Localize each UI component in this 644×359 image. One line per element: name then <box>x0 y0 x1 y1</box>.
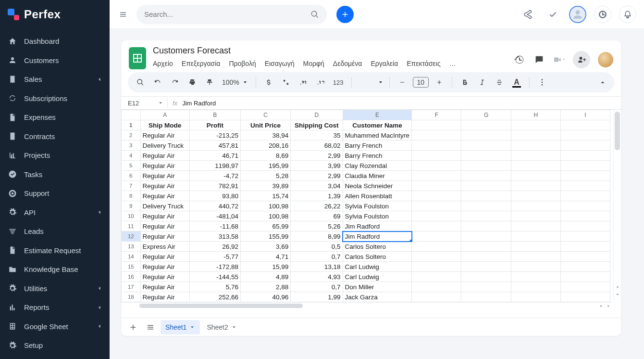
col-header-G[interactable]: G <box>461 110 511 120</box>
cell-C6[interactable]: 5,28 <box>240 171 290 181</box>
col-header-D[interactable]: D <box>291 110 343 120</box>
cell-G3[interactable] <box>461 141 511 151</box>
cell-C1[interactable]: Unit Price <box>240 120 290 130</box>
vscroll-thumb[interactable] <box>615 112 620 150</box>
cell-H1[interactable] <box>511 120 560 130</box>
cell-B11[interactable]: -11,68 <box>189 221 240 231</box>
approve-button[interactable] <box>544 6 561 23</box>
cell-B15[interactable]: -172,88 <box>189 262 240 272</box>
cell-B7[interactable]: 782,91 <box>189 181 240 191</box>
menu-toggle-button[interactable] <box>117 9 129 20</box>
cell-C8[interactable]: 15,74 <box>240 191 290 201</box>
row-header-1[interactable]: 1 <box>122 120 141 130</box>
star-icon[interactable] <box>235 46 245 56</box>
menu-Δεδομένα[interactable]: Δεδομένα <box>333 60 362 67</box>
hscroll-thumb[interactable] <box>139 304 303 308</box>
row-header-11[interactable]: 11 <box>122 221 141 231</box>
cell-C4[interactable]: 8,69 <box>240 151 290 161</box>
toolbar-search-button[interactable] <box>134 76 147 89</box>
cell-F18[interactable] <box>412 292 461 302</box>
cell-B3[interactable]: 457,81 <box>189 141 240 151</box>
notifications-button[interactable] <box>619 6 636 23</box>
cell-B17[interactable]: 5,76 <box>189 282 240 292</box>
col-header-F[interactable]: F <box>412 110 461 120</box>
cell-D10[interactable]: 69 <box>291 211 343 221</box>
row-header-12[interactable]: 12 <box>122 231 141 242</box>
cell-F5[interactable] <box>412 161 461 171</box>
cell-E9[interactable]: Sylvia Foulston <box>343 201 412 211</box>
cell-I1[interactable] <box>560 120 610 130</box>
cell-A13[interactable]: Express Air <box>140 242 189 252</box>
cell-B9[interactable]: 440,72 <box>189 201 240 211</box>
cell-H17[interactable] <box>511 282 560 292</box>
cell-I11[interactable] <box>560 221 610 231</box>
all-sheets-button[interactable] <box>143 320 158 334</box>
menu-Επεκτάσεις[interactable]: Επεκτάσεις <box>407 60 440 67</box>
cell-G2[interactable] <box>461 130 511 141</box>
redo-button[interactable] <box>168 76 182 89</box>
increase-decimal-button[interactable] <box>314 76 327 89</box>
row-header-2[interactable]: 2 <box>122 130 141 141</box>
cell-H12[interactable] <box>511 231 560 242</box>
cell-I15[interactable] <box>560 262 610 272</box>
increase-font-button[interactable] <box>433 76 446 89</box>
sidebar-item-utilities[interactable]: Utilities <box>0 279 110 298</box>
sidebar-item-subscriptions[interactable]: Subscriptions <box>0 89 110 108</box>
cell-E10[interactable]: Sylvia Foulston <box>343 211 412 221</box>
cell-H9[interactable] <box>511 201 560 211</box>
cell-A12[interactable]: Regular Air <box>140 231 189 242</box>
row-header-14[interactable]: 14 <box>122 252 141 262</box>
cell-G8[interactable] <box>461 191 511 201</box>
row-header-17[interactable]: 17 <box>122 282 141 292</box>
sidebar-item-google-sheet[interactable]: Google Sheet <box>0 317 110 336</box>
menu-…[interactable]: … <box>449 60 456 67</box>
row-header-8[interactable]: 8 <box>122 191 141 201</box>
name-box[interactable]: E12 <box>121 100 167 107</box>
cell-G14[interactable] <box>461 252 511 262</box>
number-format-button[interactable]: 123 <box>331 79 346 86</box>
cell-D12[interactable]: 8,99 <box>291 231 343 242</box>
cell-D7[interactable]: 3,04 <box>291 181 343 191</box>
cell-F13[interactable] <box>412 242 461 252</box>
cell-G15[interactable] <box>461 262 511 272</box>
cell-E11[interactable]: Jim Radford <box>343 221 412 231</box>
version-history-button[interactable] <box>512 53 526 66</box>
decrease-decimal-button[interactable] <box>297 76 310 89</box>
decrease-font-button[interactable] <box>396 76 409 89</box>
cell-B6[interactable]: -4,72 <box>189 171 240 181</box>
cell-C17[interactable]: 2,88 <box>240 282 290 292</box>
cell-B8[interactable]: 93,80 <box>189 191 240 201</box>
cell-I18[interactable] <box>560 292 610 302</box>
cell-E4[interactable]: Barry French <box>343 151 412 161</box>
col-header-H[interactable]: H <box>511 110 560 120</box>
vscroll-up-button[interactable] <box>614 283 621 291</box>
cell-I10[interactable] <box>560 211 610 221</box>
cell-B1[interactable]: Profit <box>189 120 240 130</box>
horizontal-scrollbar[interactable] <box>121 302 613 309</box>
cell-A9[interactable]: Delivery Truck <box>140 201 189 211</box>
col-header-I[interactable]: I <box>560 110 610 120</box>
cell-B14[interactable]: -5,77 <box>189 252 240 262</box>
menu-Μορφή[interactable]: Μορφή <box>303 60 324 67</box>
undo-button[interactable] <box>151 76 164 89</box>
print-button[interactable] <box>186 76 199 89</box>
cell-F16[interactable] <box>412 272 461 282</box>
cell-H8[interactable] <box>511 191 560 201</box>
cell-F7[interactable] <box>412 181 461 191</box>
row-header-18[interactable]: 18 <box>122 292 141 302</box>
google-account-avatar[interactable] <box>598 52 613 67</box>
cell-E1[interactable]: Customer Name <box>343 120 412 130</box>
row-header-5[interactable]: 5 <box>122 161 141 171</box>
cell-F10[interactable] <box>412 211 461 221</box>
cell-B10[interactable]: -481,04 <box>189 211 240 221</box>
cell-A17[interactable]: Regular Air <box>140 282 189 292</box>
cell-F4[interactable] <box>412 151 461 161</box>
cell-A7[interactable]: Regular Air <box>140 181 189 191</box>
cell-F15[interactable] <box>412 262 461 272</box>
cell-A15[interactable]: Regular Air <box>140 262 189 272</box>
cell-E13[interactable]: Carlos Soltero <box>343 242 412 252</box>
cell-H3[interactable] <box>511 141 560 151</box>
cell-G7[interactable] <box>461 181 511 191</box>
cell-A14[interactable]: Regular Air <box>140 252 189 262</box>
cell-F8[interactable] <box>412 191 461 201</box>
